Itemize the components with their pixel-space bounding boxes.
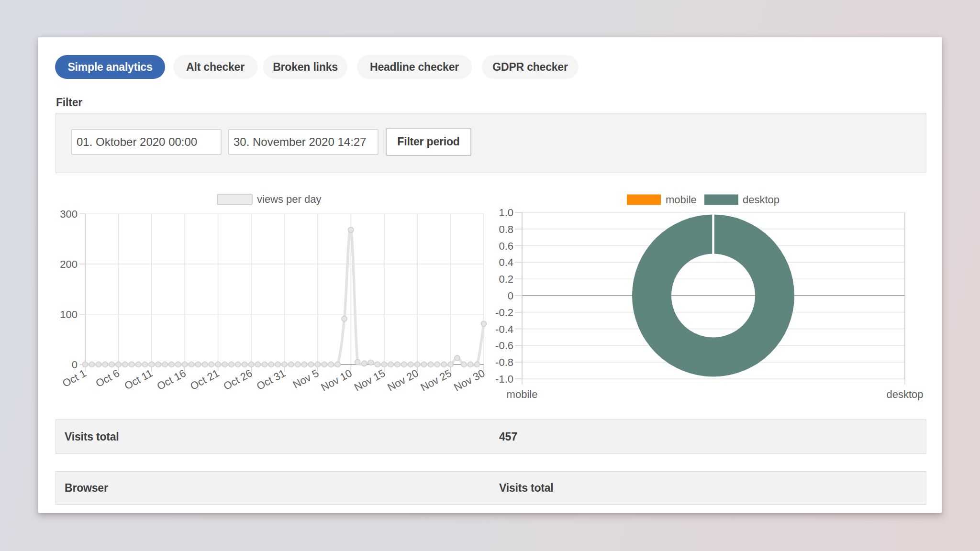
svg-text:Nov 30: Nov 30 <box>452 367 487 393</box>
svg-text:Nov 15: Nov 15 <box>352 367 387 393</box>
svg-text:Oct 26: Oct 26 <box>222 367 255 392</box>
svg-text:-0.8: -0.8 <box>495 356 513 368</box>
svg-text:0: 0 <box>508 290 513 302</box>
svg-text:200: 200 <box>60 258 78 270</box>
svg-text:desktop: desktop <box>743 194 780 206</box>
svg-text:Oct 21: Oct 21 <box>188 367 221 392</box>
svg-text:-1.0: -1.0 <box>495 373 513 385</box>
svg-text:mobile: mobile <box>666 194 697 206</box>
svg-text:Nov 25: Nov 25 <box>419 367 454 393</box>
svg-text:desktop: desktop <box>886 388 923 400</box>
svg-text:0.8: 0.8 <box>499 223 513 235</box>
svg-text:100: 100 <box>60 309 78 320</box>
svg-text:Oct 11: Oct 11 <box>122 367 155 392</box>
svg-text:-0.6: -0.6 <box>495 340 513 352</box>
svg-text:Oct 6: Oct 6 <box>94 367 122 389</box>
svg-text:views per day: views per day <box>257 193 322 205</box>
svg-text:Nov 5: Nov 5 <box>291 367 321 390</box>
svg-text:0: 0 <box>72 359 78 371</box>
svg-text:Oct 16: Oct 16 <box>155 367 188 392</box>
svg-text:0.2: 0.2 <box>499 273 513 285</box>
svg-text:0.6: 0.6 <box>499 240 513 252</box>
svg-text:Nov 20: Nov 20 <box>385 367 420 393</box>
svg-text:-0.2: -0.2 <box>495 307 513 319</box>
svg-text:1.0: 1.0 <box>499 207 513 219</box>
svg-text:mobile: mobile <box>507 388 538 400</box>
svg-text:0.4: 0.4 <box>499 256 513 268</box>
svg-text:Nov 10: Nov 10 <box>319 367 354 393</box>
svg-text:-0.4: -0.4 <box>495 323 513 335</box>
svg-text:Oct 31: Oct 31 <box>255 367 288 392</box>
svg-text:300: 300 <box>60 208 78 220</box>
